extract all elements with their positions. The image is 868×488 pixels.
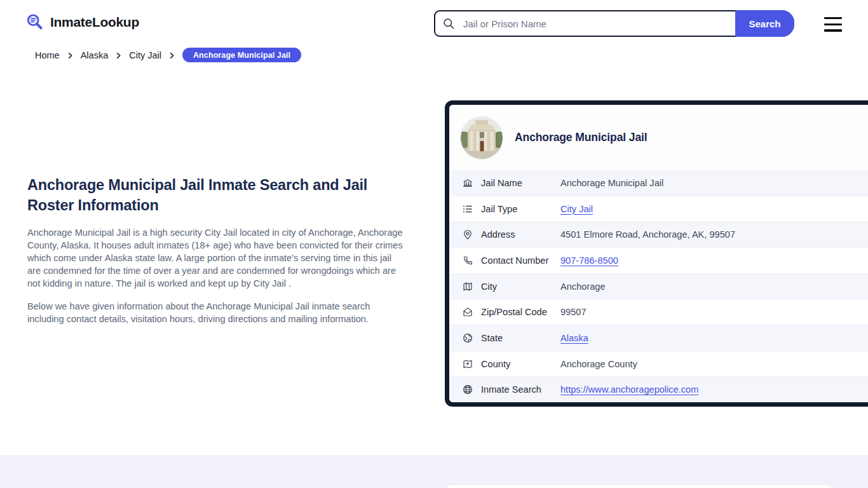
breadcrumb-city-jail[interactable]: City Jail (129, 50, 161, 60)
info-row-city: City Anchorage (449, 273, 868, 299)
list-icon (462, 203, 473, 215)
envelope-icon (462, 306, 473, 318)
contact-number-link[interactable]: 907-786-8500 (560, 255, 618, 266)
row-value: Anchorage County (560, 359, 637, 369)
card-header: Anchorage Municipal Jail (449, 105, 868, 170)
row-value: Anchorage Municipal Jail (560, 178, 663, 188)
jail-info-card: Anchorage Municipal Jail Jail Name Ancho… (445, 100, 868, 407)
chevron-right-icon (115, 52, 122, 59)
info-rows: Jail Name Anchorage Municipal Jail Jail … (449, 170, 868, 402)
row-label: City (481, 281, 560, 292)
row-label: County (481, 359, 560, 369)
row-label: Address (481, 229, 560, 240)
globe-icon (462, 384, 473, 395)
search-button[interactable]: Search (735, 10, 794, 37)
state-link[interactable]: Alaska (560, 333, 588, 343)
info-row-county: County Anchorage County (449, 351, 868, 377)
row-value: 99507 (560, 307, 587, 317)
breadcrumb-alaska[interactable]: Alaska (81, 50, 109, 60)
secondary-paragraph: Below we have given information about th… (27, 300, 407, 325)
breadcrumb-current-badge: Anchorage Municipal Jail (182, 48, 301, 62)
chevron-right-icon (67, 52, 74, 59)
row-value: 4501 Elmore Road, Anchorage, AK, 99507 (560, 229, 735, 240)
row-label: State (481, 333, 560, 343)
breadcrumb-home[interactable]: Home (35, 50, 60, 60)
jail-photo (461, 117, 503, 159)
globe-americas-icon (462, 332, 473, 344)
map-pin-icon (462, 229, 473, 240)
row-label: Inmate Search (481, 384, 560, 395)
jail-type-link[interactable]: City Jail (560, 204, 593, 214)
info-row-address: Address 4501 Elmore Road, Anchorage, AK,… (449, 221, 868, 247)
row-value: Anchorage (560, 281, 606, 292)
info-row-state: State Alaska (449, 325, 868, 351)
map-marker-icon (462, 358, 473, 370)
footer-card-edge (445, 484, 834, 488)
row-label: Contact Number (481, 255, 560, 266)
intro-paragraph: Anchorage Municipal Jail is a high secur… (27, 226, 407, 290)
info-row-zip: Zip/Postal Code 99507 (449, 299, 868, 325)
search-bar: Search (434, 10, 794, 37)
info-row-jail-type: Jail Type City Jail (449, 196, 868, 222)
phone-icon (462, 255, 473, 266)
card-title: Anchorage Municipal Jail (515, 131, 648, 144)
map-icon (462, 281, 473, 292)
row-label: Jail Name (481, 178, 560, 188)
info-row-inmate-search: Inmate Search https://www.anchoragepolic… (449, 376, 868, 402)
info-row-contact-number: Contact Number 907-786-8500 (449, 247, 868, 273)
row-label: Jail Type (481, 204, 560, 214)
breadcrumb: Home Alaska City Jail Anchorage Municipa… (35, 48, 301, 62)
brand-logo[interactable]: InmateLookup (25, 13, 139, 32)
menu-icon[interactable] (824, 17, 842, 32)
brand-name: InmateLookup (50, 15, 139, 30)
info-row-jail-name: Jail Name Anchorage Municipal Jail (449, 170, 868, 196)
jail-info-card-inner: Anchorage Municipal Jail Jail Name Ancho… (449, 105, 868, 402)
chevron-right-icon (168, 52, 175, 59)
page-title: Anchorage Municipal Jail Inmate Search a… (27, 175, 393, 215)
inmate-search-link[interactable]: https://www.anchoragepolice.com (560, 384, 698, 395)
row-label: Zip/Postal Code (481, 307, 560, 317)
search-icon (442, 17, 455, 30)
footer-band (0, 455, 868, 488)
bank-icon (462, 177, 473, 189)
page: InmateLookup Search Home Alaska City Jai… (0, 0, 868, 488)
magnifier-logo-icon (25, 13, 44, 32)
